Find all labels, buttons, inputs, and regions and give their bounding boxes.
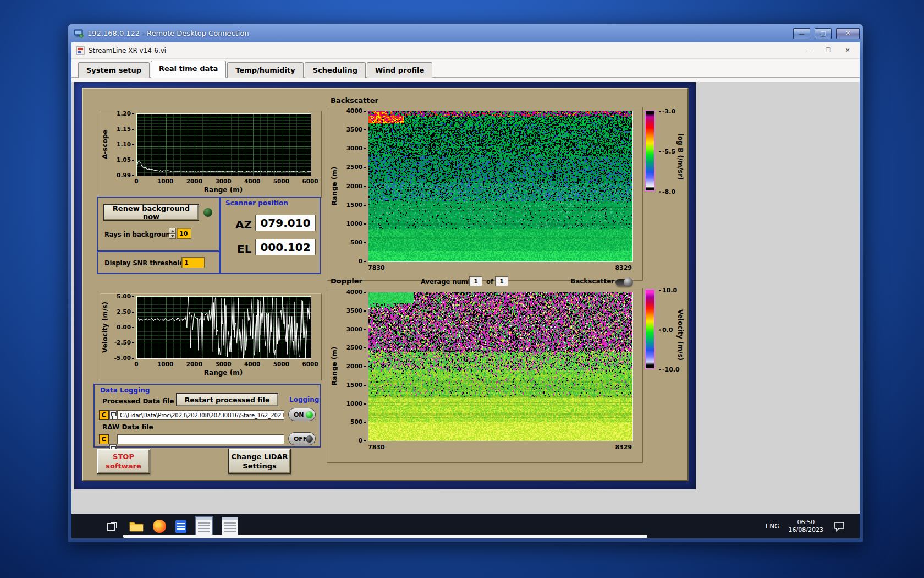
snr-spinner[interactable] <box>174 257 181 268</box>
tick-label: 3500 <box>346 307 366 314</box>
processed-logging-on-button[interactable]: ON <box>288 408 316 421</box>
processed-drive-button[interactable]: C <box>99 410 109 420</box>
backscatter-toggle-switch[interactable] <box>615 279 632 286</box>
tick-label: 1000 <box>157 361 173 367</box>
az-label: AZ <box>235 218 252 231</box>
raw-logging-off-button[interactable]: OFF <box>288 432 316 445</box>
processed-browse-icon[interactable] <box>109 410 117 420</box>
tick-label: 0 <box>134 178 138 184</box>
front-panel: A-scope 1.201.151.101.050.99 01000200030… <box>74 82 696 489</box>
desktop-background: 192.168.0.122 - Remote Desktop Connectio… <box>0 0 924 578</box>
stop-line2: software <box>106 461 141 471</box>
tab-real-time-data[interactable]: Real time data <box>151 61 226 78</box>
renew-background-label: Renew background now <box>104 204 199 221</box>
raw-path-field[interactable] <box>117 434 284 444</box>
backscatter-graph: Range (m) 400035003000250020001500100050… <box>327 107 643 281</box>
taskbar-scroll-strip[interactable] <box>123 535 647 538</box>
restart-processed-file-label: Restart processed file <box>185 396 270 404</box>
vi-restore-button[interactable]: ❐ <box>821 45 836 57</box>
tick-label: 5.00 <box>117 293 134 299</box>
on-led <box>306 411 313 418</box>
firefox-icon[interactable] <box>153 520 166 533</box>
notification-icon[interactable] <box>832 519 846 533</box>
change-lidar-settings-button[interactable]: Change LiDAR Settings <box>228 449 291 474</box>
tab-gap <box>72 78 860 82</box>
change-line1: Change LiDAR <box>231 452 288 461</box>
processed-path-field[interactable]: C:\Lidar\Data\Proc\2023\202308\20230816\… <box>117 410 284 420</box>
scanner-position-title: Scanner position <box>226 199 288 207</box>
tab-scheduling[interactable]: Scheduling <box>305 62 366 78</box>
snr-threshold-frame: Display SNR threshold 1 <box>97 251 220 274</box>
raw-drive-button[interactable]: C <box>99 434 109 444</box>
az-value-field[interactable]: 079.010 <box>255 215 316 231</box>
tick-label: 5000 <box>273 361 289 367</box>
tab-temp-humidity[interactable]: Temp/humidity <box>227 62 304 78</box>
tick-label: 4000 <box>346 107 366 114</box>
doppler-title: Doppler <box>331 277 362 285</box>
tick-label: 3500 <box>346 126 366 133</box>
velocity-x-axis-label: Range (m) <box>136 369 310 377</box>
doppler-x-max: 8329 <box>615 444 632 451</box>
clock-time: 06:50 <box>789 519 823 526</box>
rays-in-background-field[interactable]: 10 <box>177 228 191 239</box>
vi-close-button[interactable]: ✕ <box>840 45 855 57</box>
restart-processed-file-button[interactable]: Restart processed file <box>176 393 278 406</box>
doppler-colorbar-label: Velocity (m/s) <box>676 289 684 381</box>
task-view-icon[interactable] <box>106 519 120 533</box>
toggle-knob <box>624 277 633 287</box>
tab-wind-profile[interactable]: Wind profile <box>367 62 432 78</box>
snr-threshold-field[interactable]: 1 <box>182 257 205 268</box>
tick-label: 2500 <box>346 344 366 351</box>
scan-sched-window-2-icon[interactable] <box>222 517 238 536</box>
close-button[interactable]: ✕ <box>836 28 860 39</box>
average-total-field[interactable]: 1 <box>495 276 508 286</box>
remote-desktop-icon <box>74 29 84 38</box>
clock[interactable]: 06:50 16/08/2023 <box>789 519 823 534</box>
backscatter-toggle-label: Backscatter <box>570 277 614 285</box>
change-line2: Settings <box>243 461 276 471</box>
real-time-data-page: A-scope 1.201.151.101.050.99 01000200030… <box>82 88 689 481</box>
tick-label: 10.0 <box>659 287 677 294</box>
minimize-button[interactable]: — <box>793 28 810 39</box>
backscatter-colorbar <box>645 110 655 192</box>
average-number-field[interactable]: 1 <box>469 276 482 286</box>
data-logging-title: Data Logging <box>100 386 150 394</box>
tick-label: 6000 <box>302 361 318 367</box>
stop-software-button[interactable]: STOP software <box>97 449 150 474</box>
logging-label: Logging <box>289 396 319 403</box>
tick-label: 6000 <box>302 178 318 184</box>
clock-date: 16/08/2023 <box>789 526 823 534</box>
vi-minimize-button[interactable]: — <box>801 45 817 57</box>
rays-spinner[interactable] <box>169 228 176 239</box>
remote-session-area: StreamLine XR v14-6.vi — ❐ ✕ System setu… <box>72 42 860 538</box>
tick-label: -8.0 <box>659 188 675 195</box>
tick-label: 1000 <box>346 400 366 407</box>
file-explorer-icon[interactable] <box>129 519 144 533</box>
tick-label: 1.20 <box>117 110 134 117</box>
tab-system-setup[interactable]: System setup <box>78 62 150 78</box>
off-led <box>306 435 313 443</box>
el-value-field[interactable]: 000.102 <box>255 239 316 255</box>
on-label: ON <box>294 411 304 418</box>
doppler-y-axis-label: Range (m) <box>331 292 338 440</box>
background-controls-frame: Renew background now Rays in background … <box>97 197 220 252</box>
processed-data-file-label: Processed Data file <box>102 397 174 405</box>
tick-label: -5.5 <box>659 148 675 155</box>
scan-sched-window-1-icon[interactable] <box>196 517 212 536</box>
backscatter-y-ticks: 40003500300025002000150010005000 <box>342 111 366 261</box>
rdp-titlebar[interactable]: 192.168.0.122 - Remote Desktop Connectio… <box>68 24 863 42</box>
remote-taskbar: ENG 06:50 16/08/2023 <box>72 514 860 538</box>
renew-background-button[interactable]: Renew background now <box>103 204 199 221</box>
tick-label: 3000 <box>346 326 366 332</box>
language-indicator[interactable]: ENG <box>766 522 780 530</box>
tick-label: 0 <box>359 437 366 444</box>
tick-label: 2000 <box>186 178 202 184</box>
doppler-graph: Range (m) 400035003000250020001500100050… <box>327 288 643 463</box>
vi-titlebar[interactable]: StreamLine XR v14-6.vi — ❐ ✕ <box>72 42 860 59</box>
notes-app-icon[interactable] <box>175 520 186 533</box>
maximize-button[interactable]: ▢ <box>815 28 832 39</box>
tick-label: 3000 <box>346 145 366 151</box>
tick-label: -3.0 <box>659 108 675 115</box>
scanner-position-frame: Scanner position AZ 079.010 EL 000.102 <box>220 197 321 274</box>
backscatter-x-max: 8329 <box>615 264 632 271</box>
